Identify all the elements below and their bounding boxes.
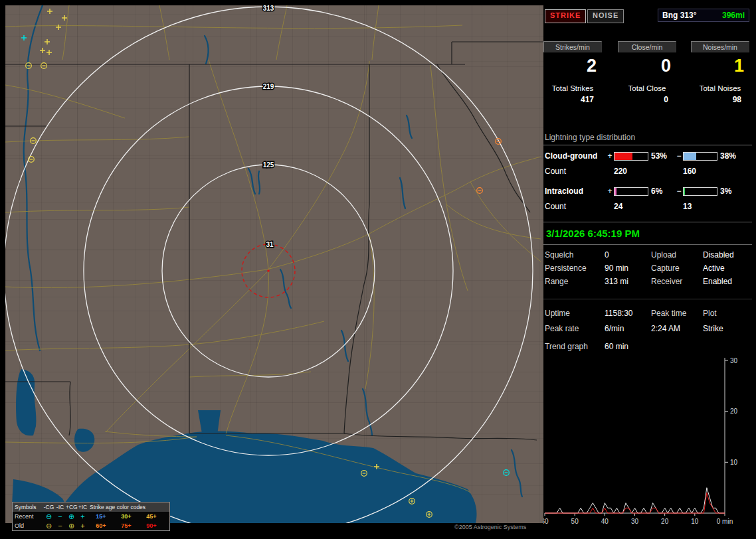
capture-label: Capture (651, 264, 703, 273)
legend-recent-label: Recent (13, 513, 43, 520)
ring-label-219: 219 (263, 83, 274, 90)
peak-time-value: 2:24 AM (651, 324, 703, 333)
legend-row-old: Old ⊖ − ⊕ + 60+ 75+ 90+ (13, 521, 169, 530)
circle-minus-icon: ⊖ (43, 513, 54, 520)
capture-value: Active (703, 264, 752, 273)
stats-grid: Uptime 1158:30 Peak time Plot Peak rate … (545, 305, 753, 336)
strikes-per-min-value: 2 (543, 56, 602, 75)
age-code: 30+ (114, 513, 139, 520)
trend-series-strikes (545, 488, 725, 513)
nexstorm-window: 313 219 125 31 Symbols -CG -IC +CG +IC S… (0, 0, 756, 539)
circle-minus-icon: ⊖ (43, 522, 54, 529)
cloud-ground-count-row: Count 220 160 (543, 167, 752, 176)
legend-old-label: Old (13, 522, 43, 529)
age-code: 15+ (88, 513, 114, 520)
legend-col-pos-cg: +CG (66, 504, 77, 510)
persistence-value: 90 min (605, 264, 651, 273)
ring-label-31: 31 (266, 241, 274, 248)
trend-graph-label: Trend graph (545, 342, 605, 351)
noises-column: Noises/min 1 Total Noises 98 (691, 41, 749, 104)
cg-positive-count: 220 (614, 167, 648, 176)
noises-per-min-button[interactable]: Noises/min (691, 41, 749, 52)
persistence-label: Persistence (545, 264, 605, 273)
datetime-display: 3/1/2026 6:45:19 PM (543, 222, 752, 245)
plus-sign: + (606, 187, 614, 196)
ring-label-313: 313 (263, 5, 274, 12)
settings-row: Squelch 0 Upload Disabled (545, 248, 753, 262)
age-code: 60+ (88, 522, 114, 529)
cg-negative-count: 160 (683, 167, 717, 176)
total-strikes-label: Total Strikes (543, 84, 602, 92)
trend-tick-label: 10 (730, 459, 738, 466)
stats-row: Peak rate 6/min 2:24 AM Strike (545, 321, 753, 336)
cg-negative-bar (683, 152, 717, 161)
legend-row-recent: Recent ⊖ − ⊕ + 15+ 30+ 45+ (13, 512, 169, 521)
uptime-value: 1158:30 (605, 309, 651, 318)
ic-negative-count: 13 (683, 202, 717, 211)
noise-button[interactable]: NOISE (587, 9, 624, 23)
ic-negative-bar (683, 187, 717, 196)
cg-negative-pct: 38% (717, 151, 740, 161)
legend-col-neg-ic: -IC (54, 504, 66, 510)
minus-sign: − (675, 151, 683, 161)
receiver-location (267, 270, 270, 272)
ic-negative-pct: 3% (717, 187, 740, 196)
settings-grid: Squelch 0 Upload Disabled Persistence 90… (545, 248, 753, 288)
peak-time-label: Peak time (651, 309, 703, 318)
plus-sign: + (606, 151, 614, 161)
peak-rate-value: 6/min (605, 324, 651, 333)
separator (543, 299, 752, 299)
copyright-text: ©2005 Astrogenic Systems (454, 524, 526, 530)
total-close-label: Total Close (618, 84, 676, 92)
trend-tick-label: 0 min (717, 518, 733, 525)
total-close-value: 0 (618, 95, 676, 104)
settings-row: Persistence 90 min Capture Active (545, 262, 753, 275)
cg-positive-bar (614, 152, 648, 161)
plot-label: Plot (703, 309, 752, 318)
legend-symbols-label: Symbols (13, 504, 43, 510)
trend-graph-header: Trend graph 60 min (545, 342, 744, 351)
bearing-range: 396mi (722, 11, 745, 20)
receiver-value: Enabled (703, 277, 752, 286)
west-bay (16, 369, 36, 435)
cg-positive-pct: 53% (648, 151, 675, 161)
close-per-min-button[interactable]: Close/min (618, 41, 676, 52)
trend-tick-label: 40 (601, 518, 609, 525)
ic-positive-bar (614, 187, 648, 196)
lightning-distribution: Lightning type distribution Cloud-ground… (543, 131, 752, 211)
count-label: Count (545, 202, 606, 211)
total-noises-value: 98 (691, 95, 749, 104)
minus-icon: − (54, 513, 66, 520)
strikes-column: Strikes/min 2 Total Strikes 417 (543, 41, 602, 104)
stats-row: Uptime 1158:30 Peak time Plot (545, 305, 753, 321)
plot-value: Strike (703, 324, 752, 333)
cloud-ground-label: Cloud-ground (545, 151, 606, 161)
upload-value: Disabled (703, 250, 752, 260)
age-code: 45+ (139, 513, 164, 520)
count-label: Count (545, 167, 606, 176)
receiver-label: Receiver (651, 277, 703, 286)
total-noises-label: Total Noises (691, 84, 749, 92)
trend-tick-label: 50 (571, 518, 579, 525)
strike-button[interactable]: STRIKE (545, 9, 586, 23)
intracloud-label: Intracloud (545, 187, 606, 196)
settings-row: Range 313 mi Receiver Enabled (545, 275, 753, 288)
trend-tick-label: 60 (543, 518, 549, 525)
close-column: Close/min 0 Total Close 0 (618, 41, 676, 104)
plus-icon: + (77, 513, 88, 520)
legend-age-title: Strike age color codes (88, 504, 164, 510)
age-code: 90+ (139, 522, 164, 529)
trend-tick-label: 10 (691, 518, 699, 525)
cloud-ground-row: Cloud-ground + 53% − 38% (543, 151, 752, 161)
legend-header: Symbols -CG -IC +CG +IC Strike age color… (13, 502, 169, 512)
bearing-readout: Bng 313° 396mi (658, 9, 749, 22)
uptime-label: Uptime (545, 309, 605, 318)
close-per-min-value: 0 (618, 56, 676, 75)
circle-plus-icon: ⊕ (66, 522, 77, 529)
ic-positive-pct: 6% (648, 187, 675, 196)
radar-map[interactable]: 313 219 125 31 (5, 5, 543, 523)
map-area[interactable]: 313 219 125 31 (5, 5, 543, 523)
age-code: 75+ (114, 522, 139, 529)
legend-col-pos-ic: +IC (77, 504, 88, 510)
strikes-per-min-button[interactable]: Strikes/min (543, 41, 602, 52)
